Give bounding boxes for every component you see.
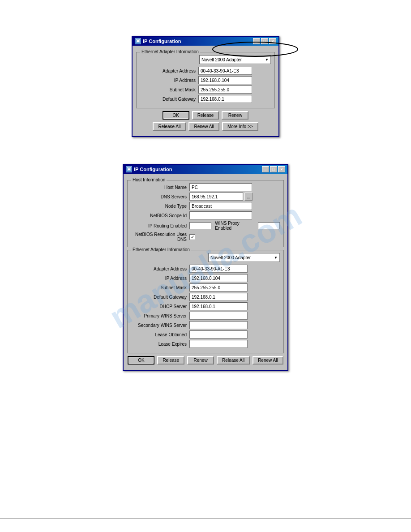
field-label: Lease Expires	[131, 342, 189, 347]
dialog1-field-1: IP Address 192.168.0.104	[140, 76, 271, 84]
page-container: manualia.com IP Configuration _ □ ×	[0, 0, 411, 532]
field-label: Default Gateway	[131, 295, 189, 300]
dialog1-button-row2: Release All Renew All More Info >>	[136, 122, 275, 131]
renew-all-button[interactable]: Renew All	[188, 122, 219, 131]
close-button[interactable]: ×	[269, 38, 276, 44]
dns-browse-button[interactable]: ...	[244, 193, 253, 201]
dialog2-ethernet-group: Ethernet Adapter Information Novell 2000…	[127, 250, 284, 353]
dialog2-titlebar: IP Configuration _ □ ×	[124, 165, 287, 174]
dialog1-field-0: Adapter Address 00-40-33-90-A1-E3	[140, 67, 271, 75]
d2-eth-field-2: Subnet Mask 255.255.255.0	[131, 283, 280, 292]
dialog1-title: IP Configuration	[143, 39, 181, 44]
titlebar-controls: _ □ ×	[253, 38, 276, 44]
adapter2-dropdown-row: Novell 2000 Adapter ▼	[131, 253, 280, 262]
dialog1-field-2: Subnet Mask 255.255.255.0	[140, 86, 271, 94]
renew-button[interactable]: Renew	[222, 111, 248, 120]
d2-eth-field-0: Adapter Address 00-40-33-90-A1-E3	[131, 265, 280, 273]
field-value	[189, 312, 248, 320]
dns-servers-value: 168.95.192.1	[189, 193, 243, 201]
field-value	[189, 340, 248, 348]
bottom-line	[0, 518, 411, 519]
dialog2-host-group: Host Information Host Name PC DNS Server…	[127, 180, 284, 247]
adapter-dropdown[interactable]: Novell 2000 Adapter ▼	[199, 55, 271, 64]
adapter2-dropdown-value: Novell 2000 Adapter	[210, 255, 251, 260]
field-value: 00-40-33-90-A1-E3	[198, 67, 252, 75]
d2-eth-field-4: DHCP Server 192.168.0.1	[131, 302, 280, 310]
field-label: Subnet Mask	[131, 285, 189, 290]
minimize-button[interactable]: _	[253, 38, 260, 44]
field-value: 255.255.255.0	[189, 283, 248, 292]
field-value: 192.168.0.1	[189, 293, 248, 301]
field-value: 192.168.0.104	[189, 274, 248, 282]
field-label: IP Address	[140, 78, 198, 83]
host-name-label: Host Name	[131, 185, 189, 190]
release-all-button[interactable]: Release All	[153, 122, 186, 131]
field-label: IP Address	[131, 276, 189, 281]
field-value: 192.168.0.1	[189, 302, 248, 310]
titlebar2-controls: _ □ ×	[262, 166, 285, 172]
renew-all-button2[interactable]: Renew All	[253, 356, 283, 365]
node-type-label: Node Type	[131, 204, 189, 209]
host-name-value: PC	[189, 183, 252, 191]
field-value	[189, 321, 248, 329]
maximize-button2[interactable]: □	[270, 166, 277, 172]
dialog1: IP Configuration _ □ × Ethernet Adapter …	[132, 36, 279, 137]
field-label: Adapter Address	[131, 266, 189, 271]
dropdown-arrow-icon: ▼	[265, 58, 269, 62]
d2-eth-field-6: Secondary WINS Server	[131, 321, 280, 329]
d2-eth-field-7: Lease Obtained	[131, 330, 280, 339]
dialog1-content: Ethernet Adapter Information Novell 2000…	[133, 46, 278, 136]
node-type-value: Broadcast	[189, 202, 252, 210]
netbios-dns-checkbox[interactable]: ✓	[189, 234, 195, 240]
field-label: Default Gateway	[140, 97, 198, 102]
adapter2-dropdown[interactable]: Novell 2000 Adapter ▼	[208, 253, 280, 262]
d2-eth-field-3: Default Gateway 192.168.0.1	[131, 293, 280, 301]
release-all-button2[interactable]: Release All	[217, 356, 250, 365]
field-label: Lease Obtained	[131, 332, 189, 337]
dialog1-titlebar: IP Configuration _ □ ×	[133, 37, 278, 46]
wins-proxy-label: WINS Proxy Enabled	[215, 221, 256, 231]
dialog1-ethernet-group: Ethernet Adapter Information Novell 2000…	[136, 52, 275, 108]
field-value: 192.168.0.104	[198, 76, 252, 84]
maximize-button[interactable]: □	[261, 38, 268, 44]
svg-rect-1	[137, 40, 139, 42]
netbios-scope-value	[189, 211, 252, 219]
titlebar-icon	[135, 38, 141, 44]
field-value: 00-40-33-90-A1-E3	[189, 265, 248, 273]
close-button2[interactable]: ×	[278, 166, 285, 172]
dialog2-button-row: OK Release Renew Release All Renew All	[127, 356, 284, 365]
dialog1-field-3: Default Gateway 192.168.0.1	[140, 95, 271, 103]
wins-proxy-value	[258, 222, 280, 229]
field-label: Secondary WINS Server	[131, 323, 189, 328]
netbios-dns-label: NetBIOS Resolution Uses DNS	[131, 232, 189, 242]
dialog2-host-title: Host Information	[131, 177, 167, 182]
dns-servers-label: DNS Servers	[131, 194, 189, 199]
renew-button2[interactable]: Renew	[187, 356, 214, 365]
field-label: DHCP Server	[131, 304, 189, 309]
node-type-row: Node Type Broadcast	[131, 202, 280, 210]
dropdown-arrow2-icon: ▼	[274, 256, 278, 260]
titlebar2-left: IP Configuration	[126, 166, 172, 172]
dialog2-title: IP Configuration	[134, 167, 172, 172]
ip-routing-label: IP Routing Enabled	[131, 223, 189, 228]
field-value	[189, 330, 248, 339]
titlebar2-icon	[126, 166, 132, 172]
release-button2[interactable]: Release	[157, 356, 184, 365]
minimize-button2[interactable]: _	[262, 166, 269, 172]
dialog2-ethernet-title: Ethernet Adapter Information	[131, 247, 191, 252]
svg-rect-4	[128, 168, 130, 170]
ok-button2[interactable]: OK	[128, 356, 154, 365]
dialog2-content: Host Information Host Name PC DNS Server…	[124, 174, 287, 370]
host-name-row: Host Name PC	[131, 183, 280, 191]
release-button[interactable]: Release	[192, 111, 219, 120]
more-info-button[interactable]: More Info >>	[222, 122, 258, 131]
d2-eth-field-1: IP Address 192.168.0.104	[131, 274, 280, 282]
field-value: 192.168.0.1	[198, 95, 252, 103]
routing-wins-row: IP Routing Enabled WINS Proxy Enabled	[131, 221, 280, 231]
dialog1-button-row1: OK Release Renew	[136, 111, 275, 120]
field-label: Subnet Mask	[140, 87, 198, 92]
d2-eth-field-8: Lease Expires	[131, 340, 280, 348]
ok-button[interactable]: OK	[163, 111, 189, 120]
ip-routing-value	[189, 222, 211, 229]
d2-eth-field-5: Primary WINS Server	[131, 312, 280, 320]
